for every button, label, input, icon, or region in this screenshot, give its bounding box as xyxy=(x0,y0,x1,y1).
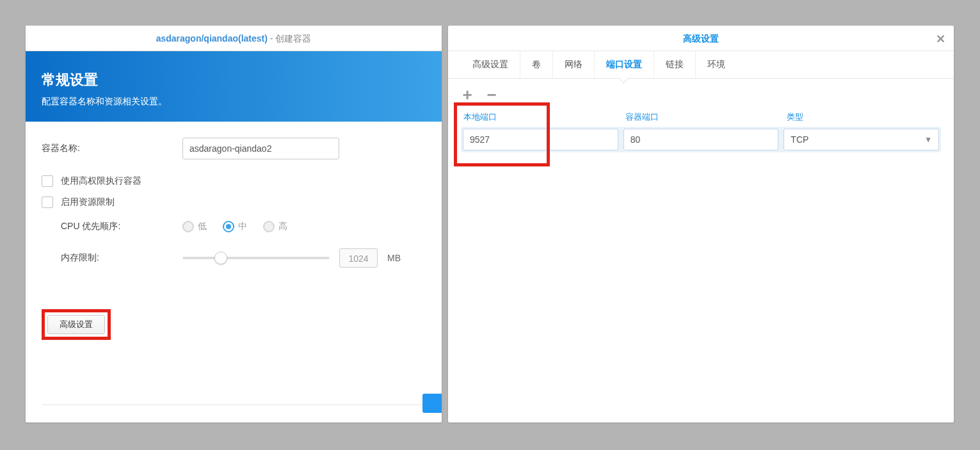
create-container-window: asdaragon/qiandao(latest) - 创建容器 常规设置 配置… xyxy=(26,26,442,422)
tab-port-settings[interactable]: 端口设置 xyxy=(595,51,654,78)
resource-limit-checkbox[interactable] xyxy=(42,197,53,208)
mem-limit-slider[interactable] xyxy=(182,252,330,264)
window-titlebar: asdaragon/qiandao(latest) - 创建容器 xyxy=(26,26,442,51)
container-name-row: 容器名称: xyxy=(42,138,426,159)
container-name-input[interactable] xyxy=(182,138,339,159)
advanced-button-highlight: 高级设置 xyxy=(42,309,111,340)
cpu-priority-row: CPU 优先顺序: 低 中 高 xyxy=(61,221,426,232)
port-type-value: TCP xyxy=(791,134,808,145)
container-name-label: 容器名称: xyxy=(42,143,182,154)
cpu-radio-low[interactable]: 低 xyxy=(182,221,207,232)
mem-limit-slider-wrap: 1024 MB xyxy=(182,248,401,268)
mem-limit-label: 内存限制: xyxy=(61,252,182,264)
cpu-priority-label: CPU 优先顺序: xyxy=(61,221,182,232)
cpu-radio-high-label: 高 xyxy=(278,221,287,232)
cpu-priority-radio-group: 低 中 高 xyxy=(182,221,287,232)
cpu-radio-mid-label: 中 xyxy=(238,221,247,232)
resource-limit-checkbox-row[interactable]: 启用资源限制 xyxy=(42,197,426,208)
advanced-settings-modal: 高级设置 ✕ 高级设置 卷 网络 端口设置 链接 环境 + − 本地端口 容器端… xyxy=(448,26,954,422)
mem-limit-value[interactable]: 1024 xyxy=(339,248,378,268)
port-table-header: 本地端口 容器端口 类型 xyxy=(461,108,941,127)
banner: 常规设置 配置容器名称和资源相关设置。 xyxy=(26,51,442,122)
privileged-label: 使用高权限执行容器 xyxy=(61,175,141,187)
next-button[interactable] xyxy=(422,394,442,413)
slider-knob-icon[interactable] xyxy=(214,252,227,264)
form-body: 容器名称: 使用高权限执行容器 启用资源限制 CPU 优先顺序: 低 xyxy=(26,122,442,356)
tab-env[interactable]: 环境 xyxy=(696,51,737,78)
port-table-row[interactable]: TCP ▼ xyxy=(463,129,939,150)
banner-subtext: 配置容器名称和资源相关设置。 xyxy=(42,96,426,108)
banner-heading: 常规设置 xyxy=(42,70,426,90)
modal-header: 高级设置 ✕ xyxy=(448,26,954,51)
tab-network[interactable]: 网络 xyxy=(553,51,595,78)
cpu-radio-mid[interactable]: 中 xyxy=(223,221,247,232)
radio-circle-icon xyxy=(182,221,194,232)
port-toolbar: + − xyxy=(448,79,954,108)
close-icon[interactable]: ✕ xyxy=(935,32,946,44)
tab-volume[interactable]: 卷 xyxy=(520,51,553,78)
mem-limit-unit: MB xyxy=(387,253,401,263)
window-title-main: asdaragon/qiandao(latest) xyxy=(156,33,268,44)
cpu-radio-high[interactable]: 高 xyxy=(263,221,287,232)
col-header-container: 容器端口 xyxy=(623,108,780,127)
privileged-checkbox[interactable] xyxy=(42,175,53,187)
tab-link[interactable]: 链接 xyxy=(654,51,696,78)
port-table-row-active: TCP ▼ xyxy=(461,127,941,152)
resource-limit-panel: CPU 优先顺序: 低 中 高 内存 xyxy=(61,221,426,268)
chevron-down-icon: ▼ xyxy=(924,135,932,144)
port-type-select[interactable]: TCP ▼ xyxy=(783,129,939,150)
window-footer xyxy=(42,405,442,413)
advanced-settings-button[interactable]: 高级设置 xyxy=(47,315,105,334)
cpu-radio-low-label: 低 xyxy=(198,221,207,232)
radio-circle-icon xyxy=(223,221,234,232)
slider-track xyxy=(182,257,330,259)
add-icon[interactable]: + xyxy=(461,88,474,101)
mem-limit-row: 内存限制: 1024 MB xyxy=(61,248,426,268)
window-title-suffix: - 创建容器 xyxy=(268,33,311,44)
resource-limit-label: 启用资源限制 xyxy=(61,197,115,208)
modal-title: 高级设置 xyxy=(448,26,954,51)
col-header-local: 本地端口 xyxy=(461,108,618,127)
privileged-checkbox-row[interactable]: 使用高权限执行容器 xyxy=(42,175,426,187)
tabs-bar: 高级设置 卷 网络 端口设置 链接 环境 xyxy=(448,51,954,79)
port-table: 本地端口 容器端口 类型 TCP ▼ xyxy=(448,108,954,152)
remove-icon[interactable]: − xyxy=(485,88,498,101)
col-header-type: 类型 xyxy=(784,108,941,127)
radio-circle-icon xyxy=(263,221,275,232)
container-port-input[interactable] xyxy=(623,129,779,150)
local-port-input[interactable] xyxy=(463,129,618,150)
tab-advanced[interactable]: 高级设置 xyxy=(461,51,520,78)
